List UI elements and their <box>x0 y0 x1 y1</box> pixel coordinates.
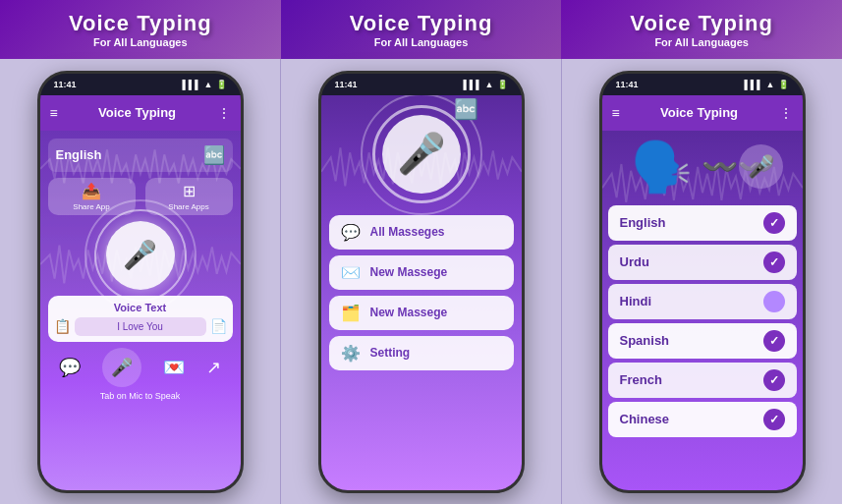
check-hindi <box>763 291 785 312</box>
lang-english-label: English <box>620 215 666 230</box>
share-icon[interactable]: ↗ <box>206 357 221 378</box>
menu-item-new-message-2[interactable]: 🗂️ New Massege <box>329 296 514 330</box>
battery-icon: 🔋 <box>216 80 227 89</box>
share-apps-icon: ⊞ <box>183 182 196 200</box>
main-content: 11:41 ▌▌▌ ▲ 🔋 ≡ Voice Typing ⋮ <box>0 59 842 504</box>
status-bar-1: 11:41 ▌▌▌ ▲ 🔋 <box>40 74 241 95</box>
check-chinese: ✓ <box>763 409 785 430</box>
check-french: ✓ <box>763 369 785 391</box>
phone2-main-content: 🎤 🔤 💬 All Masseges ✉️ New Massege <box>321 95 522 490</box>
lang-item-hindi[interactable]: Hindi <box>608 284 797 319</box>
phone-3: 11:41 ▌▌▌ ▲ 🔋 ≡ Voice Typing ⋮ <box>599 71 806 493</box>
app-bar-1: ≡ Voice Typing ⋮ <box>40 95 241 131</box>
hamburger-icon[interactable]: ≡ <box>50 105 58 121</box>
app-title-2: Voice Typing <box>350 11 493 36</box>
lang-item-spanish[interactable]: Spanish ✓ <box>608 323 797 359</box>
lang-item-french[interactable]: French ✓ <box>608 363 797 398</box>
menu-item-new-message-1[interactable]: ✉️ New Massege <box>329 255 514 290</box>
menu-item-settings[interactable]: ⚙️ Setting <box>329 336 514 370</box>
copy-icon[interactable]: 📋 <box>54 318 71 334</box>
status-bar-3: 11:41 ▌▌▌ ▲ 🔋 <box>602 74 803 95</box>
header-strip: Voice Typing For All Languages Voice Typ… <box>0 0 842 59</box>
language-list: English ✓ Urdu ✓ Hindi Spanish ✓ <box>602 203 803 490</box>
faces-icon: 🗣️ <box>631 139 692 196</box>
mic-watermark: 🎤 <box>739 144 783 189</box>
phone1-content: English 🔤 📤 Share App ⊞ Share Apps <box>40 131 241 490</box>
wifi-icon-3: ▲ <box>766 80 775 89</box>
translate-badge-icon: 🔤 <box>454 97 478 121</box>
menu-item-all-messages[interactable]: 💬 All Masseges <box>329 215 514 250</box>
app-bar-3: ≡ Voice Typing ⋮ <box>602 95 803 131</box>
share-app-icon: 📤 <box>82 182 101 200</box>
battery-icon-2: 🔋 <box>497 80 508 89</box>
voice-text-label: Voice Text <box>54 302 227 313</box>
lang-urdu-label: Urdu <box>620 254 649 269</box>
lang-item-chinese[interactable]: Chinese ✓ <box>608 402 797 437</box>
wifi-icon: ▲ <box>204 80 213 89</box>
status-icons-3: ▌▌▌ ▲ 🔋 <box>744 80 788 89</box>
app-tagline-2: For All Languages <box>350 36 493 48</box>
signal-icon-3: ▌▌▌ <box>744 80 762 89</box>
dots-menu-icon-3[interactable]: ⋮ <box>779 105 793 121</box>
language-row[interactable]: English 🔤 <box>48 139 233 172</box>
header-title-1: Voice Typing For All Languages <box>69 11 212 48</box>
share-apps-label: Share Apps <box>168 202 208 211</box>
header-title-3: Voice Typing For All Languages <box>630 11 773 48</box>
lang-spanish-label: Spanish <box>620 333 670 348</box>
tab-speak-label: Tab on Mic to Speak <box>100 391 181 401</box>
all-messages-label: All Masseges <box>370 225 445 239</box>
share-app-label: Share App <box>73 202 109 211</box>
phone3-main-content: 🗣️ 〰️〰️ 🎤 English ✓ Urdu ✓ <box>602 131 803 490</box>
check-urdu: ✓ <box>763 252 785 273</box>
lang-chinese-label: Chinese <box>620 412 670 426</box>
new-message-icon-1: ✉️ <box>341 263 361 282</box>
hamburger-icon-3[interactable]: ≡ <box>612 105 620 121</box>
phone-2: 11:41 ▌▌▌ ▲ 🔋 <box>318 71 525 493</box>
lang-french-label: French <box>620 372 662 387</box>
mic-icon-1: 🎤 <box>123 239 157 271</box>
mic-small-icon: 🎤 <box>111 357 133 378</box>
status-icons-1: ▌▌▌ ▲ 🔋 <box>182 80 226 89</box>
lang-item-english[interactable]: English ✓ <box>608 205 797 241</box>
lang-item-urdu[interactable]: Urdu ✓ <box>608 245 797 280</box>
new-message-icon-2: 🗂️ <box>341 304 361 322</box>
status-bar-2: 11:41 ▌▌▌ ▲ 🔋 <box>321 74 522 95</box>
big-mic-button[interactable]: 🎤 <box>382 115 461 194</box>
header-section-2: Voice Typing For All Languages <box>281 0 562 59</box>
check-spanish: ✓ <box>763 330 785 352</box>
copy2-icon[interactable]: 📄 <box>210 318 227 334</box>
mic-button-1[interactable]: 🎤 <box>106 221 175 290</box>
header-section-3: Voice Typing For All Languages <box>561 0 842 59</box>
all-messages-icon: 💬 <box>341 223 361 242</box>
bottom-actions: 💬 🎤 💌 ↗ <box>48 346 233 389</box>
messenger-icon[interactable]: 💌 <box>163 357 185 378</box>
battery-icon-3: 🔋 <box>778 80 789 89</box>
check-english: ✓ <box>763 212 785 234</box>
voice-text-icons-row: 📋 I Love You 📄 <box>54 317 227 336</box>
status-time-3: 11:41 <box>616 80 639 89</box>
status-icons-2: ▌▌▌ ▲ 🔋 <box>463 80 507 89</box>
new-message-label-1: New Massege <box>370 265 448 279</box>
voice-text-content: I Love You <box>75 317 206 336</box>
whatsapp-icon[interactable]: 💬 <box>59 357 81 378</box>
phone-panel-3: 11:41 ▌▌▌ ▲ 🔋 ≡ Voice Typing ⋮ <box>562 59 842 504</box>
selected-language: English <box>56 147 102 162</box>
mic-icon-2: 🎤 <box>397 131 446 177</box>
voice-text-box: Voice Text 📋 I Love You 📄 <box>48 296 233 342</box>
status-time-2: 11:41 <box>335 80 358 89</box>
mic-small-button[interactable]: 🎤 <box>102 348 141 387</box>
app-tagline-3: For All Languages <box>630 36 773 48</box>
app-bar-title-1: Voice Typing <box>98 105 176 120</box>
new-message-label-2: New Massege <box>370 306 448 319</box>
app-bar-title-3: Voice Typing <box>660 105 738 120</box>
phone-1: 11:41 ▌▌▌ ▲ 🔋 ≡ Voice Typing ⋮ <box>37 71 244 493</box>
app-tagline-1: For All Languages <box>69 36 212 48</box>
app-title-1: Voice Typing <box>69 11 212 36</box>
big-mic-area: 🎤 🔤 <box>372 105 471 203</box>
settings-label: Setting <box>370 346 411 360</box>
app-title-3: Voice Typing <box>630 11 773 36</box>
lang-hindi-label: Hindi <box>620 294 652 308</box>
wifi-icon-2: ▲ <box>485 80 494 89</box>
phone-panel-2: 11:41 ▌▌▌ ▲ 🔋 <box>281 59 561 504</box>
dots-menu-icon[interactable]: ⋮ <box>217 105 231 121</box>
